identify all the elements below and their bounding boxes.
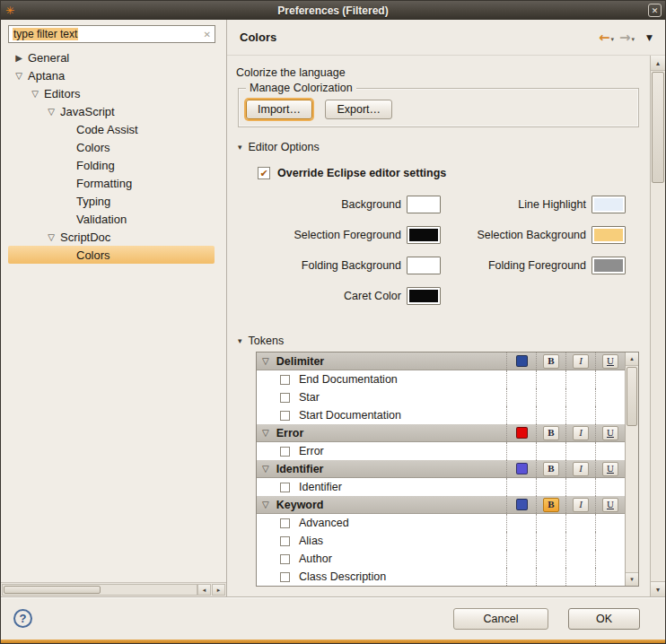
scroll-up-button[interactable]: ▴ (651, 56, 665, 71)
token-row-end-documentation[interactable]: End Documentation (257, 370, 625, 388)
override-checkbox[interactable]: ✔ (258, 167, 270, 179)
italic-toggle-button[interactable]: I (573, 462, 589, 476)
filter-input[interactable]: type filter text ✕ (8, 25, 215, 43)
titlebar[interactable]: ✳ Preferences (Filtered) ✕ (1, 1, 665, 20)
color-swatch-line-highlight[interactable] (592, 196, 626, 213)
tokens-section-header[interactable]: ▾ Tokens (238, 334, 650, 348)
token-checkbox[interactable] (280, 483, 290, 492)
filter-clear-icon[interactable]: ✕ (204, 30, 211, 39)
token-checkbox[interactable] (280, 536, 290, 546)
token-row-advanced[interactable]: Advanced (257, 514, 625, 532)
token-group-row-delimiter[interactable]: ▽DelimiterBIU (257, 352, 625, 370)
tree-item-label: Typing (76, 195, 110, 208)
hscroll-left-button[interactable]: ◂ (197, 584, 211, 596)
token-group-collapse-icon[interactable]: ▽ (262, 464, 269, 474)
underline-toggle-button[interactable]: U (602, 498, 618, 512)
color-swatch-background[interactable] (407, 196, 441, 213)
tree-collapse-icon[interactable]: ▽ (44, 107, 58, 117)
tree-item-code-assist[interactable]: Code Assist (8, 120, 215, 138)
tokens-scroll-up-button[interactable]: ▴ (626, 352, 638, 366)
tree-item-validation[interactable]: Validation (8, 210, 215, 228)
token-group-row-error[interactable]: ▽ErrorBIU (257, 424, 625, 442)
scroll-down-button[interactable]: ▾ (651, 581, 665, 596)
section-collapse-icon[interactable]: ▾ (238, 143, 242, 152)
token-row-identifier[interactable]: Identifier (257, 478, 625, 496)
tokens-scrollbar[interactable]: ▴ ▾ (625, 352, 638, 586)
color-swatch-selection-foreground[interactable] (407, 226, 441, 244)
tree-item-label: Colors (76, 248, 110, 262)
tree-expand-icon[interactable]: ▶ (12, 53, 26, 63)
token-color-swatch[interactable] (516, 499, 528, 510)
scroll-thumb[interactable] (652, 72, 664, 183)
underline-toggle-button[interactable]: U (602, 462, 618, 476)
token-color-swatch[interactable] (516, 427, 528, 439)
tree-item-typing[interactable]: Typing (8, 192, 215, 210)
tree-collapse-icon[interactable]: ▽ (44, 232, 58, 242)
token-row-alias[interactable]: Alias (257, 532, 625, 550)
token-row-class-description[interactable]: Class Description (257, 568, 625, 586)
token-row-author[interactable]: Author (257, 550, 625, 568)
token-empty-cell (565, 514, 595, 532)
token-group-row-keyword[interactable]: ▽KeywordBIU (257, 496, 625, 514)
underline-toggle-button[interactable]: U (602, 354, 618, 369)
color-swatch-caret-color[interactable] (407, 287, 441, 305)
forward-button[interactable]: → ▾ (617, 30, 637, 45)
ok-button[interactable]: OK (568, 608, 640, 630)
help-button[interactable]: ? (13, 609, 32, 628)
tree-item-editors[interactable]: ▽Editors (8, 84, 215, 102)
tree-item-aptana[interactable]: ▽Aptana (8, 66, 215, 84)
vertical-scrollbar[interactable]: ▴ ▾ (650, 56, 665, 596)
token-group-collapse-icon[interactable]: ▽ (262, 428, 269, 438)
tree-item-javascript[interactable]: ▽JavaScript (8, 102, 215, 120)
tree-item-colors[interactable]: Colors (8, 138, 215, 156)
tree-item-scriptdoc[interactable]: ▽ScriptDoc (8, 228, 215, 246)
italic-toggle-button[interactable]: I (573, 354, 589, 369)
tree-item-general[interactable]: ▶General (8, 48, 215, 66)
color-swatch-selection-background[interactable] (592, 226, 626, 244)
tree-item-folding[interactable]: Folding (8, 156, 215, 174)
close-button[interactable]: ✕ (648, 4, 662, 17)
view-menu-button[interactable]: ▼ (646, 33, 653, 42)
tokens-scroll-thumb[interactable] (627, 367, 637, 426)
token-checkbox[interactable] (280, 447, 290, 457)
bold-toggle-button[interactable]: B (543, 462, 559, 476)
token-checkbox[interactable] (280, 572, 290, 582)
bold-toggle-button[interactable]: B (543, 354, 559, 369)
cancel-button[interactable]: Cancel (453, 608, 548, 630)
token-group-collapse-icon[interactable]: ▽ (262, 356, 269, 366)
import-button[interactable]: Import… (246, 100, 312, 119)
tree-collapse-icon[interactable]: ▽ (28, 89, 42, 99)
italic-toggle-button[interactable]: I (573, 426, 589, 440)
token-group-row-identifier[interactable]: ▽IdentifierBIU (257, 460, 625, 478)
color-swatch-folding-foreground[interactable] (592, 257, 626, 274)
back-button[interactable]: ← ▾ (596, 30, 617, 45)
token-checkbox[interactable] (280, 375, 290, 385)
token-color-swatch[interactable] (516, 463, 528, 474)
export-button[interactable]: Export… (325, 100, 392, 119)
token-row-star[interactable]: Star (257, 388, 625, 406)
hscroll-thumb[interactable] (4, 586, 101, 594)
tokens-scroll-down-button[interactable]: ▾ (626, 572, 638, 586)
hscroll-track[interactable] (2, 584, 197, 596)
token-group-collapse-icon[interactable]: ▽ (262, 500, 269, 509)
editor-options-section-header[interactable]: ▾ Editor Options (238, 140, 650, 154)
tree-item-formatting[interactable]: Formatting (8, 174, 215, 192)
tree-item-colors[interactable]: Colors (8, 246, 215, 264)
token-row-start-documentation[interactable]: Start Documentation (257, 406, 625, 424)
bold-toggle-button[interactable]: B (543, 498, 559, 512)
token-checkbox[interactable] (280, 393, 290, 403)
tree-collapse-icon[interactable]: ▽ (12, 71, 26, 81)
underline-toggle-button[interactable]: U (602, 426, 618, 440)
horizontal-scrollbar[interactable]: ◂ ▸ (1, 582, 226, 596)
section-collapse-icon[interactable]: ▾ (238, 336, 242, 345)
color-swatch-folding-background[interactable] (407, 257, 441, 274)
bold-toggle-button[interactable]: B (543, 426, 559, 440)
hscroll-right-button[interactable]: ▸ (212, 584, 225, 596)
italic-toggle-button[interactable]: I (573, 498, 589, 512)
token-checkbox[interactable] (280, 554, 290, 564)
token-color-swatch[interactable] (516, 355, 528, 367)
token-row-error[interactable]: Error (257, 442, 625, 460)
token-checkbox[interactable] (280, 518, 290, 528)
token-checkbox[interactable] (280, 411, 290, 421)
token-format-cell: I (565, 496, 595, 513)
